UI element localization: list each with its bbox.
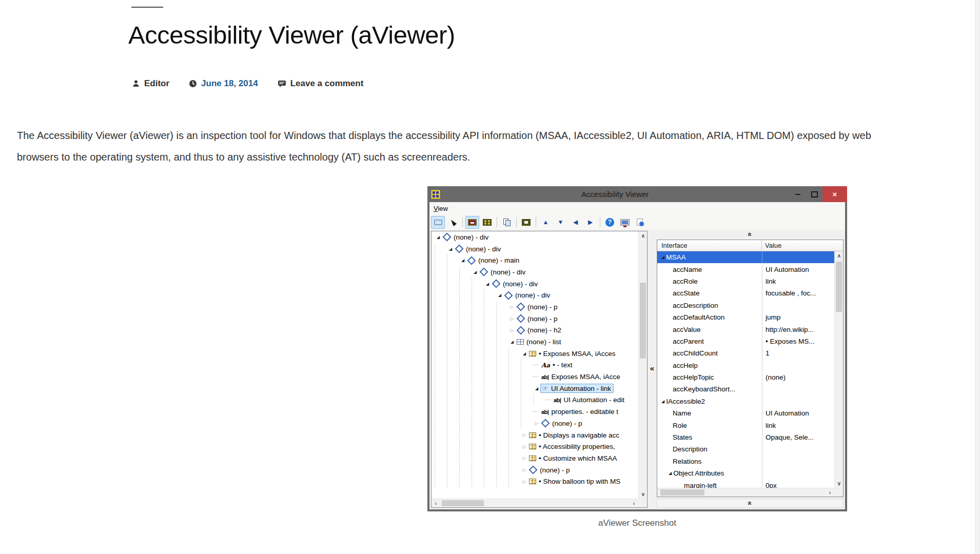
inspector-row[interactable]: Description	[657, 443, 834, 455]
inspector-row[interactable]: accChildCount1	[657, 347, 834, 359]
cursor-mode-button[interactable]	[446, 216, 460, 229]
tree-expander-closed-icon[interactable]: ▷	[508, 304, 516, 309]
minimize-button[interactable]	[790, 186, 806, 202]
tree-item[interactable]: ◢• Exposes MSAA, iAcces	[432, 348, 638, 360]
scroll-down-arrow[interactable]: ∨	[835, 479, 844, 488]
pane-splitter[interactable]: «	[648, 231, 657, 508]
scroll-right-arrow[interactable]: ›	[630, 499, 638, 508]
tree-item[interactable]: ◢(none) - div	[432, 278, 638, 290]
nav-prev-button[interactable]: ◀	[569, 216, 582, 229]
inspector-group-row[interactable]: ◢IAccessible2	[657, 395, 834, 407]
tree-vertical-scrollbar[interactable]: ∧ ∨	[638, 231, 647, 499]
tree-expander-closed-icon[interactable]: ▷	[533, 421, 540, 426]
tree-expander-closed-icon[interactable]: ▷	[508, 328, 516, 333]
scroll-down-arrow[interactable]: ∨	[639, 490, 648, 499]
inspector-row[interactable]: accRolelink	[657, 275, 834, 287]
inspector-row[interactable]: margin-left0px	[657, 479, 834, 488]
inspector-vertical-scrollbar[interactable]: ∧ ∨	[834, 251, 843, 488]
inspector-row[interactable]: accParent• Exposes MS...	[657, 335, 834, 347]
window-view-button[interactable]	[519, 216, 533, 229]
scroll-left-arrow[interactable]: ‹	[432, 499, 440, 508]
tree-expander-open-icon[interactable]: ◢	[435, 235, 442, 240]
tree-expander-open-icon[interactable]: ◢	[533, 386, 540, 391]
scroll-up-arrow[interactable]: ∧	[835, 251, 844, 260]
nav-up-button[interactable]: ▲	[539, 216, 553, 229]
tree-expander-open-icon[interactable]: ◢	[459, 258, 466, 263]
inspector-row[interactable]: StatesOpaque, Sele...	[657, 431, 834, 443]
post-date-link[interactable]: June 18, 2014	[189, 78, 258, 89]
leave-comment-link[interactable]: Leave a comment	[278, 78, 364, 89]
tree-expander-open-icon[interactable]: ◢	[447, 247, 454, 251]
tree-item[interactable]: ◢(none) - div	[432, 266, 638, 278]
tree-expander-closed-icon[interactable]: ▷	[521, 467, 528, 472]
maximize-button[interactable]	[806, 186, 822, 202]
inspector-collapse-bottom[interactable]: «	[657, 499, 844, 508]
tree-item[interactable]: ▷• Show balloon tip with MS	[432, 476, 638, 487]
tree-item[interactable]: ▷(none) - p	[432, 418, 638, 429]
inspector-row[interactable]: Rolelink	[657, 419, 834, 431]
tree-item[interactable]: ◢(none) - div	[432, 243, 638, 255]
collapse-left-icon[interactable]: «	[648, 362, 656, 374]
inspector-row[interactable]: accKeyboardShort...	[657, 383, 834, 395]
tree-item[interactable]: ab|properties. - editable t	[432, 406, 638, 418]
tree-item[interactable]: ▷(none) - h2	[432, 325, 638, 337]
inspector-row[interactable]: accStatefocusable , foc...	[657, 287, 834, 299]
scroll-thumb[interactable]	[836, 262, 842, 312]
inspector-group-row[interactable]: ◢Object Attributes	[657, 467, 834, 479]
help-button[interactable]: ?	[603, 216, 617, 229]
tree-item[interactable]: ▷• Displays a navigable acc	[432, 429, 638, 441]
titlebar[interactable]: Accessibility Viewer ×	[427, 186, 847, 202]
report-button[interactable]	[633, 216, 646, 229]
inspector-expander-icon[interactable]: ◢	[669, 471, 672, 476]
tree-item[interactable]: ◢(none) - main	[432, 254, 638, 266]
inspector-group-row[interactable]: ◢MSAA	[657, 251, 834, 263]
column-header-value[interactable]: Value	[762, 242, 843, 249]
inspector-row[interactable]: accDefaultActionjump	[657, 311, 834, 323]
browser-scrollbar[interactable]	[975, 0, 980, 554]
scroll-thumb[interactable]	[442, 500, 484, 506]
inspector-horizontal-scrollbar[interactable]: ‹ ›	[657, 488, 834, 497]
table-view-button[interactable]	[480, 216, 494, 229]
tree-expander-open-icon[interactable]: ◢	[496, 293, 503, 298]
author-link[interactable]: Editor	[132, 78, 169, 89]
tree-item[interactable]: ▷• Customize which MSAA	[432, 452, 638, 464]
tree-expander-open-icon[interactable]: ◢	[472, 270, 479, 274]
tree-horizontal-scrollbar[interactable]: ‹ ›	[432, 499, 638, 507]
inspector-row[interactable]: NameUI Automation	[657, 407, 834, 419]
close-button[interactable]: ×	[822, 186, 847, 202]
tree-item[interactable]: ◢(none) - list	[432, 336, 638, 348]
msaa-view-button[interactable]	[465, 216, 479, 229]
tree-item[interactable]: ▷(none) - p	[432, 313, 638, 325]
tree-expander-closed-icon[interactable]: ▷	[521, 456, 528, 461]
tree-item[interactable]: ab|UI Automation - edit	[432, 394, 638, 406]
tree-item[interactable]: ▷(none) - p	[432, 464, 638, 476]
scroll-right-arrow[interactable]: ›	[826, 488, 834, 497]
tree-item[interactable]: Aa• - text	[432, 360, 638, 371]
inspector-collapse-top[interactable]: «	[657, 231, 844, 238]
tree-item[interactable]: ◢☞UI Automation - link	[432, 383, 638, 394]
highlight-mode-button[interactable]	[431, 216, 445, 229]
inspector-row[interactable]: accValuehttp://en.wikip...	[657, 323, 834, 335]
tree-expander-closed-icon[interactable]: ▷	[521, 479, 528, 484]
inspector-row[interactable]: accHelp	[657, 360, 834, 371]
column-header-interface[interactable]: Interface	[657, 240, 762, 251]
inspector-expander-icon[interactable]: ◢	[661, 255, 664, 260]
nav-down-button[interactable]: ▼	[554, 216, 567, 229]
scroll-thumb[interactable]	[640, 283, 646, 359]
tree-expander-closed-icon[interactable]: ▷	[508, 316, 516, 321]
tree-item[interactable]: ▷(none) - p	[432, 301, 638, 313]
tree-expander-closed-icon[interactable]: ▷	[521, 444, 528, 449]
inspector-row[interactable]: accHelpTopic(none)	[657, 371, 834, 383]
tree-expander-open-icon[interactable]: ◢	[521, 351, 528, 356]
inspector-row[interactable]: accDescription	[657, 300, 834, 311]
monitor-button[interactable]	[618, 216, 632, 229]
tree-item[interactable]: ▷• Accessibility properties,	[432, 441, 638, 452]
copy-button[interactable]	[500, 216, 514, 229]
scroll-thumb[interactable]	[660, 489, 704, 496]
tree-item[interactable]: ab|Exposes MSAA, iAcce	[432, 371, 638, 383]
tree-item[interactable]: ◢(none) - div	[432, 231, 638, 243]
tree-item[interactable]: ◢(none) - div	[432, 289, 638, 301]
tree-expander-open-icon[interactable]: ◢	[508, 340, 516, 344]
inspector-row[interactable]: accNameUI Automation	[657, 263, 834, 275]
tree-expander-closed-icon[interactable]: ▷	[521, 432, 528, 438]
